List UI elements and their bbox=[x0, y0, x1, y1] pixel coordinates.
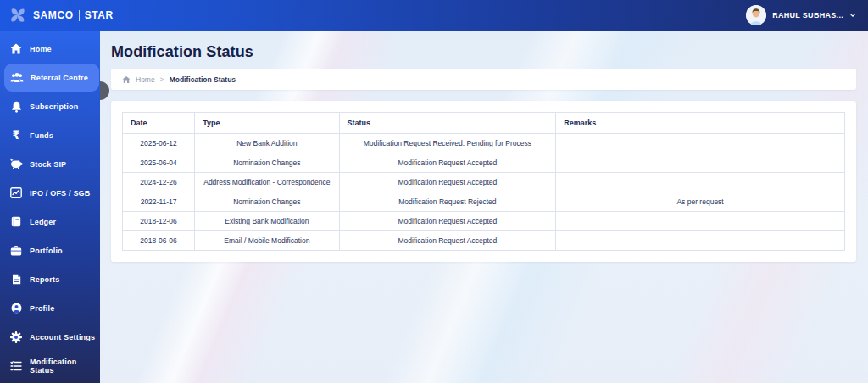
user-menu[interactable]: RAHUL SUBHAS... bbox=[746, 5, 856, 25]
table-cell: Email / Mobile Modification bbox=[195, 231, 339, 251]
sidebar-item-label: Stock SIP bbox=[30, 160, 66, 169]
table-row: 2018-12-06Existing Bank ModificationModi… bbox=[123, 212, 845, 231]
sidebar-item-label: Funds bbox=[30, 131, 53, 140]
rupee-icon: ₹ bbox=[9, 130, 23, 142]
table-cell bbox=[556, 153, 845, 173]
sidebar-item-label: Account Settings bbox=[30, 333, 95, 341]
brand-separator bbox=[79, 10, 80, 21]
report-icon bbox=[9, 274, 23, 286]
table-cell: Nomination Changes bbox=[195, 192, 339, 212]
avatar bbox=[746, 5, 766, 25]
column-header-date: Date bbox=[123, 113, 195, 134]
table-body: 2025-06-12New Bank AdditionModification … bbox=[123, 134, 845, 251]
sidebar-item-ledger[interactable]: Ledger bbox=[0, 208, 100, 236]
table-cell: As per request bbox=[556, 192, 845, 212]
briefcase-icon bbox=[9, 245, 23, 257]
sidebar: Home Referral Centre Subscription ₹ Fund… bbox=[0, 31, 100, 383]
table-cell: Nomination Changes bbox=[195, 153, 339, 173]
sidebar-item-home[interactable]: Home bbox=[0, 35, 100, 63]
table-cell: Modification Request Accepted bbox=[339, 231, 556, 251]
referral-centre-icon bbox=[10, 72, 24, 84]
breadcrumb-separator: > bbox=[160, 75, 164, 84]
table-row: 2025-06-04Nomination ChangesModification… bbox=[123, 153, 845, 173]
table-cell: 2024-12-26 bbox=[123, 173, 195, 192]
sidebar-item-portfolio[interactable]: Portfolio bbox=[0, 236, 100, 264]
chevron-down-icon bbox=[849, 12, 856, 19]
ledger-icon bbox=[9, 216, 23, 228]
breadcrumb-home-link[interactable]: Home bbox=[136, 75, 155, 84]
sidebar-item-modification-status[interactable]: Modification Status bbox=[0, 352, 100, 380]
piggy-bank-icon bbox=[9, 158, 23, 170]
breadcrumb: Home > Modification Status bbox=[111, 69, 856, 90]
table-cell: 2022-11-17 bbox=[123, 192, 195, 212]
brand-logo[interactable]: SAMCO STAR bbox=[8, 6, 114, 25]
table-cell: Modification Request Rejected bbox=[339, 192, 556, 212]
samco-pinwheel-icon bbox=[8, 6, 27, 25]
table-cell: Modification Request Accepted bbox=[339, 153, 556, 173]
table-cell: 2025-06-12 bbox=[123, 134, 195, 153]
sidebar-item-label: Portfolio bbox=[30, 247, 63, 255]
page-title: Modification Status bbox=[111, 43, 868, 61]
column-header-type: Type bbox=[195, 113, 339, 134]
sidebar-item-profile[interactable]: Profile bbox=[0, 294, 100, 322]
column-header-remarks: Remarks bbox=[556, 113, 845, 134]
main-content: Modification Status Home > Modification … bbox=[100, 31, 868, 383]
table-row: 2018-06-06Email / Mobile ModificationMod… bbox=[123, 231, 845, 251]
home-icon bbox=[9, 43, 23, 55]
chart-icon bbox=[9, 187, 23, 199]
sidebar-item-label: IPO / OFS / SGB bbox=[30, 189, 91, 197]
table-cell: 2018-12-06 bbox=[123, 212, 195, 231]
table-header-row: Date Type Status Remarks bbox=[123, 113, 845, 134]
table-row: 2025-06-12New Bank AdditionModification … bbox=[123, 134, 845, 153]
gear-icon bbox=[9, 331, 23, 343]
table-cell: Modification Request Received. Pending f… bbox=[339, 134, 556, 153]
sidebar-item-label: Modification Status bbox=[30, 358, 100, 375]
sidebar-item-label: Ledger bbox=[30, 218, 56, 226]
table-cell bbox=[556, 134, 845, 153]
breadcrumb-home-icon bbox=[122, 75, 131, 84]
sidebar-item-reports[interactable]: Reports bbox=[0, 265, 100, 293]
sidebar-item-label: Subscription bbox=[30, 103, 78, 111]
sidebar-item-subscription[interactable]: Subscription bbox=[0, 92, 100, 120]
table-cell: Existing Bank Modification bbox=[195, 212, 339, 231]
sidebar-item-funds[interactable]: ₹ Funds bbox=[0, 121, 100, 149]
user-name: RAHUL SUBHAS... bbox=[772, 11, 843, 19]
table-cell: New Bank Addition bbox=[195, 134, 339, 153]
sidebar-item-label: Profile bbox=[30, 304, 54, 313]
brand-secondary: STAR bbox=[85, 9, 114, 21]
sidebar-item-stock-sip[interactable]: Stock SIP bbox=[0, 150, 100, 178]
sidebar-item-account-settings[interactable]: Account Settings bbox=[0, 323, 100, 351]
breadcrumb-current: Modification Status bbox=[170, 75, 236, 84]
table-row: 2024-12-26Address Modification - Corresp… bbox=[123, 173, 845, 192]
table-cell bbox=[556, 231, 845, 251]
sidebar-item-label: Home bbox=[30, 45, 52, 53]
sidebar-item-ipo-ofs-sgb[interactable]: IPO / OFS / SGB bbox=[0, 179, 100, 207]
bell-icon bbox=[9, 101, 23, 113]
sidebar-item-label: Reports bbox=[30, 275, 59, 284]
table-cell: 2018-06-06 bbox=[123, 231, 195, 251]
table-cell bbox=[556, 173, 845, 192]
table-cell: Address Modification - Correspondence bbox=[195, 173, 339, 192]
modification-status-table: Date Type Status Remarks 2025-06-12New B… bbox=[122, 112, 845, 251]
column-header-status: Status bbox=[339, 113, 556, 134]
table-row: 2022-11-17Nomination ChangesModification… bbox=[123, 192, 845, 212]
table-cell: Modification Request Accepted bbox=[339, 173, 556, 192]
brand-primary: SAMCO bbox=[33, 9, 74, 21]
checklist-icon bbox=[9, 360, 23, 372]
table-cell: 2025-06-04 bbox=[123, 153, 195, 173]
table-cell bbox=[556, 212, 845, 231]
topbar: SAMCO STAR RAHUL SUBHAS... bbox=[0, 0, 868, 31]
profile-icon bbox=[9, 303, 23, 314]
sidebar-item-label: Referral Centre bbox=[31, 74, 88, 82]
modification-status-card: Date Type Status Remarks 2025-06-12New B… bbox=[111, 101, 856, 262]
sidebar-item-referral-centre[interactable]: Referral Centre bbox=[4, 64, 99, 92]
table-cell: Modification Request Accepted bbox=[339, 212, 556, 231]
